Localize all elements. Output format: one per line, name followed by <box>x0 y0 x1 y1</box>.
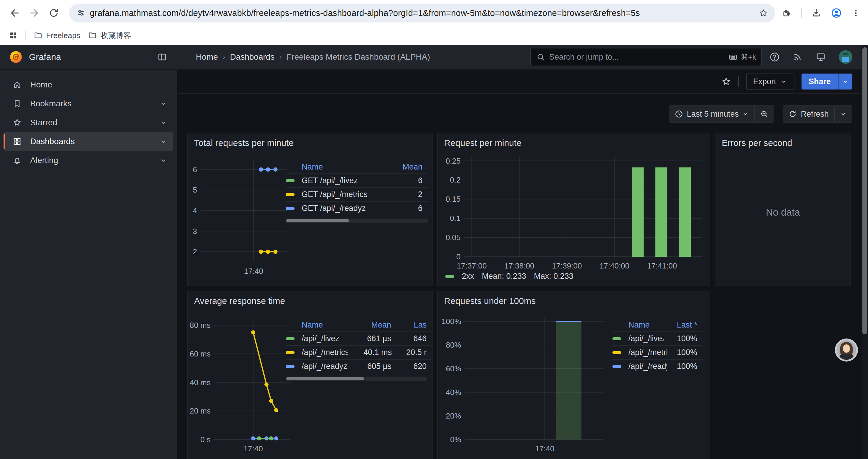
series-color-pill[interactable] <box>286 179 294 182</box>
series-name[interactable]: /api/_/livez <box>628 334 663 343</box>
svg-text:0.15: 0.15 <box>445 195 461 203</box>
breadcrumb-dashboards[interactable]: Dashboards <box>230 52 275 62</box>
legend-col-last[interactable]: Last * <box>661 321 703 330</box>
panel-title[interactable]: Average response time <box>194 296 285 306</box>
bookmark-star-icon[interactable] <box>759 8 768 18</box>
time-range-button[interactable]: Last 5 minutes <box>669 106 754 122</box>
refresh-interval-button[interactable] <box>835 106 852 122</box>
zoom-out-button[interactable] <box>754 106 774 122</box>
browser-menu-icon[interactable] <box>851 8 860 18</box>
legend-col-mean[interactable]: Mean <box>392 162 428 172</box>
panel-request-per-minute: Request per minute 0.250.20.150.10.05017… <box>437 133 710 286</box>
panel-title[interactable]: Total requests per minute <box>194 138 294 148</box>
legend-row: /api/_/readyz 605 µs 620 <box>286 359 432 373</box>
legend-scrollbar[interactable] <box>286 219 428 223</box>
reload-icon[interactable] <box>47 6 60 20</box>
legend-col-name[interactable]: Name <box>628 321 661 330</box>
series-color-pill[interactable] <box>613 365 621 368</box>
page-scrollbar[interactable] <box>862 45 868 459</box>
apps-grid-icon[interactable] <box>9 31 18 40</box>
series-name[interactable]: 2xx <box>462 272 474 281</box>
legend-col-mean[interactable]: Mean <box>346 321 397 330</box>
line-chart[interactable]: 80 ms60 ms40 ms20 ms0 s17:40 <box>189 313 293 455</box>
news-feed-icon[interactable] <box>789 45 807 69</box>
series-color-pill[interactable] <box>286 337 294 340</box>
series-name[interactable]: /api/_/readyz <box>302 362 347 371</box>
brand-name[interactable]: Grafana <box>29 52 61 62</box>
favorite-star-icon[interactable] <box>721 76 731 87</box>
back-icon[interactable] <box>8 6 21 20</box>
forward-icon[interactable] <box>28 6 41 20</box>
panel-title[interactable]: Errors per second <box>722 138 792 148</box>
series-name[interactable]: /api/_/metrics <box>628 348 668 357</box>
bookmarks-divider <box>25 31 26 40</box>
series-color-pill[interactable] <box>286 193 294 196</box>
bar-chart[interactable]: 100%80%60%40%20%0%17:40 <box>440 313 607 455</box>
series-color-pill[interactable] <box>613 351 621 354</box>
svg-text:100%: 100% <box>442 317 462 326</box>
series-color-pill[interactable] <box>613 337 621 340</box>
scrollbar-thumb[interactable] <box>862 47 867 334</box>
legend-row: /api/_/livez 661 µs 646 <box>286 331 432 345</box>
series-name[interactable]: GET /api/_/readyz <box>302 204 392 213</box>
share-button[interactable]: Share <box>802 73 838 90</box>
series-color-pill[interactable] <box>286 365 294 368</box>
search-shortcut: ⌘+k <box>728 52 756 62</box>
chevron-down-icon[interactable] <box>159 100 167 107</box>
svg-text:0.1: 0.1 <box>450 214 461 223</box>
svg-text:0 s: 0 s <box>200 435 211 444</box>
profile-icon[interactable] <box>831 7 842 19</box>
search-input[interactable] <box>549 53 728 62</box>
series-name[interactable]: /api/_/metrics <box>302 348 348 357</box>
search-box[interactable]: ⌘+k <box>530 48 762 66</box>
series-last: 100% <box>667 362 703 371</box>
extensions-icon[interactable] <box>782 8 792 18</box>
legend-header: Name Mean <box>286 160 428 173</box>
download-icon[interactable] <box>811 8 821 18</box>
help-icon[interactable] <box>766 45 783 69</box>
series-name[interactable]: /api/_/livez <box>302 334 346 343</box>
sidebar-item-starred[interactable]: Starred <box>4 113 173 132</box>
dock-sidebar-icon[interactable] <box>157 52 167 62</box>
line-chart[interactable]: 6543217:40 <box>191 155 291 277</box>
address-bar[interactable]: grafana.mathmast.com/d/deytv4rwavabkb/fr… <box>69 4 775 23</box>
legend-col-last[interactable]: Las <box>397 321 432 330</box>
series-color-pill[interactable] <box>445 275 454 278</box>
user-avatar[interactable] <box>839 50 852 64</box>
export-button[interactable]: Export <box>746 73 795 90</box>
floating-assistant-avatar[interactable] <box>835 338 858 362</box>
monitor-icon[interactable] <box>812 45 830 69</box>
series-color-pill[interactable] <box>286 351 294 354</box>
panel-title[interactable]: Request per minute <box>444 138 522 148</box>
chevron-down-icon[interactable] <box>159 157 167 164</box>
chevron-down-icon[interactable] <box>159 119 167 126</box>
browser-toolbar: grafana.mathmast.com/d/deytv4rwavabkb/fr… <box>0 0 868 26</box>
sidebar-item-bookmarks[interactable]: Bookmarks <box>4 94 173 113</box>
sidebar-item-home[interactable]: Home <box>4 75 173 94</box>
bar-chart[interactable]: 0.250.20.150.10.05017:37:0017:38:0017:39… <box>440 152 707 274</box>
share-menu-button[interactable] <box>838 73 852 90</box>
legend-scrollbar[interactable] <box>286 376 427 381</box>
series-mean: 2 <box>392 190 428 199</box>
svg-text:80 ms: 80 ms <box>190 321 211 330</box>
sidebar-item-alerting[interactable]: Alerting <box>4 151 173 170</box>
toolbar-divider <box>801 8 802 18</box>
legend-col-name[interactable]: Name <box>302 321 346 330</box>
grafana-logo-icon[interactable] <box>9 50 23 64</box>
chevron-down-icon[interactable] <box>159 138 167 145</box>
breadcrumb-home[interactable]: Home <box>196 52 218 62</box>
refresh-button[interactable]: Refresh <box>783 106 834 122</box>
breadcrumb-separator: › <box>218 52 230 61</box>
sidebar-item-dashboards[interactable]: Dashboards <box>4 132 173 151</box>
series-color-pill[interactable] <box>286 207 294 210</box>
series-name[interactable]: GET /api/_/livez <box>302 176 392 185</box>
series-name[interactable]: /api/_/readyz <box>628 362 667 371</box>
bookmark-folder-freeleaps[interactable]: Freeleaps <box>34 31 80 40</box>
site-info-icon[interactable] <box>76 8 85 18</box>
panel-title[interactable]: Requests under 100ms <box>444 296 536 306</box>
bookmark-folder-blogs[interactable]: 收藏博客 <box>88 30 131 41</box>
url-text[interactable]: grafana.mathmast.com/d/deytv4rwavabkb/fr… <box>90 8 754 18</box>
legend-row: /api/_/livez 100% <box>613 331 703 345</box>
series-name[interactable]: GET /api/_/metrics <box>302 190 392 199</box>
legend-col-name[interactable]: Name <box>302 162 392 172</box>
